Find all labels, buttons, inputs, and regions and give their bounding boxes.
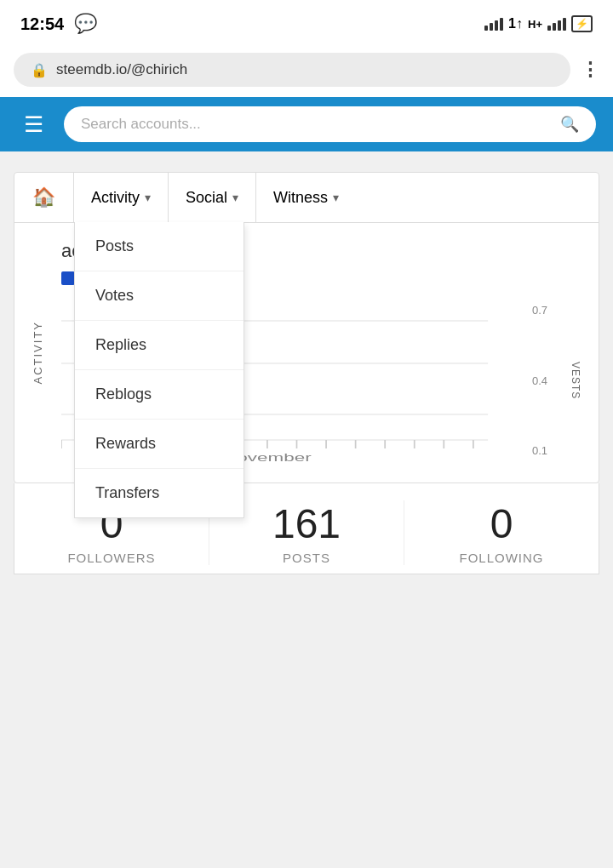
battery-icon: ⚡ [571,15,593,32]
chevron-down-icon-social: ▾ [232,191,238,204]
search-box[interactable]: Search accounts... 🔍 [64,106,596,142]
posts-label: Posts [95,237,134,254]
posts-label: POSTS [209,551,404,565]
status-bar: 12:54 💬 1↑ H+ ⚡ [0,0,613,44]
reblogs-label: Reblogs [95,385,152,403]
tab-witness[interactable]: Witness ▾ [256,173,356,222]
chevron-down-icon-witness: ▾ [333,191,339,204]
following-label: FOLLOWING [404,551,599,565]
tabs-panel: 🏠 Activity ▾ Posts Votes Replies [14,172,599,483]
y-axis-bottom: 0.1 [532,444,566,457]
lock-icon: 🔒 [31,62,48,78]
address-bar-container: 🔒 steemdb.io/@chirich ⋮ [0,44,613,97]
y-axis-top: 0.7 [532,304,566,317]
replies-label: Replies [95,336,146,353]
browser-menu-button[interactable]: ⋮ [581,59,599,81]
chevron-down-icon: ▾ [145,191,151,204]
main-content: 🏠 Activity ▾ Posts Votes Replies [0,151,613,595]
search-icon: 🔍 [560,115,579,134]
network-type: H+ [528,18,542,31]
status-left: 12:54 💬 [20,13,97,35]
activity-sidebar-label: ACTIVITY [32,321,44,385]
stat-following: 0 FOLLOWING [404,500,599,565]
data-indicator: 1↑ [508,16,523,31]
activity-dropdown: Posts Votes Replies Reblogs Rewards [74,222,244,518]
dropdown-item-rewards[interactable]: Rewards [75,420,243,469]
hamburger-menu-button[interactable]: ☰ [17,105,50,145]
signal-icon-2 [547,18,566,31]
url-text: steemdb.io/@chirich [56,61,187,78]
dropdown-item-transfers[interactable]: Transfers [75,469,243,517]
dropdown-item-replies[interactable]: Replies [75,321,243,370]
tab-witness-label: Witness [273,189,328,207]
whatsapp-icon: 💬 [74,13,97,35]
y-axis-mid: 0.4 [532,374,566,387]
nav-bar: ☰ Search accounts... 🔍 [0,97,613,151]
dropdown-item-posts[interactable]: Posts [75,222,243,271]
followers-swatch [61,271,75,285]
chart-y-axis: 0.7 0.4 0.1 [532,295,566,465]
following-count: 0 [404,500,599,547]
search-placeholder: Search accounts... [81,116,201,133]
tab-activity-label: Activity [91,189,140,207]
rewards-label: Rewards [95,435,156,452]
votes-label: Votes [95,287,134,304]
signal-icon [484,18,503,31]
home-icon: 🏠 [32,186,55,208]
tab-social-label: Social [186,189,227,207]
time-display: 12:54 [20,14,64,34]
tab-home-button[interactable]: 🏠 [14,173,74,222]
transfers-label: Transfers [95,484,159,501]
status-right: 1↑ H+ ⚡ [484,15,593,32]
address-bar[interactable]: 🔒 steemdb.io/@chirich [14,53,570,87]
dropdown-item-reblogs[interactable]: Reblogs [75,370,243,420]
tab-bar: 🏠 Activity ▾ Posts Votes Replies [14,173,599,223]
vests-axis-label: VESTS [570,362,581,399]
followers-label: FOLLOWERS [14,551,209,565]
dropdown-item-votes[interactable]: Votes [75,271,243,321]
tab-activity[interactable]: Activity ▾ Posts Votes Replies Reblogs [74,173,169,222]
tab-social[interactable]: Social ▾ [169,173,256,222]
